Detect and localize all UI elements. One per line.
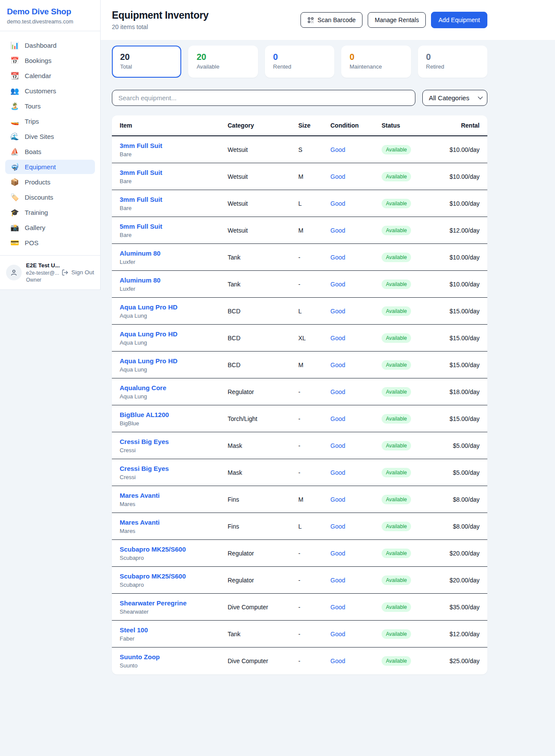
item-name-link[interactable]: Mares Avanti <box>120 492 160 499</box>
item-name-link[interactable]: Aqua Lung Pro HD <box>120 303 177 311</box>
category-cell: Wetsuit <box>228 173 298 180</box>
item-cell: Cressi Big Eyes Cressi <box>120 465 228 480</box>
condition-link[interactable]: Good <box>330 523 345 530</box>
category-cell: Wetsuit <box>228 146 298 153</box>
condition-link[interactable]: Good <box>330 200 345 207</box>
size-cell: - <box>298 388 330 395</box>
condition-link[interactable]: Good <box>330 577 345 584</box>
condition-link[interactable]: Good <box>330 227 345 234</box>
size-cell: M <box>298 227 330 234</box>
rental-cell: $20.00/day <box>442 577 480 584</box>
item-name-link[interactable]: Shearwater Peregrine <box>120 599 186 607</box>
item-name-link[interactable]: Cressi Big Eyes <box>120 438 169 445</box>
item-name-link[interactable]: Aluminum 80 <box>120 250 160 257</box>
stat-card[interactable]: 0 Maintenance <box>341 46 411 78</box>
user-email: e2e-tester@... <box>26 270 57 276</box>
condition-link[interactable]: Good <box>330 469 345 476</box>
sidebar-nav: 📊 Dashboard 📅 Bookings 📆 Calendar 👥 Cust… <box>0 31 100 255</box>
condition-link[interactable]: Good <box>330 442 345 449</box>
item-name-link[interactable]: Cressi Big Eyes <box>120 465 169 472</box>
sidebar-nav-item[interactable]: 👥 Customers <box>5 84 95 98</box>
manage-rentals-button[interactable]: Manage Rentals <box>368 12 426 28</box>
condition-link[interactable]: Good <box>330 281 345 288</box>
table-row: Mares Avanti Mares Fins M Good Available <box>112 486 487 513</box>
sidebar-nav-item[interactable]: 🌊 Dive Sites <box>5 129 95 144</box>
size-cell: L <box>298 523 330 530</box>
rental-cell: $15.00/day <box>442 335 480 342</box>
nav-item-icon: 🚤 <box>10 118 19 125</box>
sidebar-nav-item[interactable]: 🎓 Training <box>5 205 95 220</box>
item-name-link[interactable]: Aqua Lung Pro HD <box>120 357 177 365</box>
status-cell: Available <box>382 226 442 235</box>
stat-label: Total <box>120 63 173 70</box>
item-name-link[interactable]: Suunto Zoop <box>120 653 160 661</box>
stat-card[interactable]: 0 Rented <box>265 46 334 78</box>
rental-cell: $5.00/day <box>442 442 480 449</box>
sidebar-nav-item[interactable]: 📆 Calendar <box>5 69 95 83</box>
item-brand: Aqua Lung <box>120 393 228 400</box>
category-select[interactable]: All Categories <box>422 90 487 106</box>
stat-card[interactable]: 0 Retired <box>418 46 487 78</box>
sidebar-nav-item[interactable]: 🤿 Equipment <box>5 160 95 174</box>
item-name-link[interactable]: Mares Avanti <box>120 519 160 526</box>
item-name-link[interactable]: 3mm Full Suit <box>120 169 162 176</box>
item-cell: 3mm Full Suit Bare <box>120 142 228 158</box>
sidebar-nav-item[interactable]: 📦 Products <box>5 175 95 189</box>
sidebar-nav-item[interactable]: 📸 Gallery <box>5 220 95 235</box>
item-name-link[interactable]: BigBlue AL1200 <box>120 411 169 418</box>
status-cell: Available <box>382 629 442 639</box>
sidebar-nav-item[interactable]: ⛵ Boats <box>5 145 95 159</box>
sidebar-nav-item[interactable]: 🏝️ Tours <box>5 99 95 113</box>
stat-label: Available <box>196 63 249 70</box>
nav-item-label: Trips <box>25 118 39 125</box>
rental-cell: $20.00/day <box>442 550 480 557</box>
sign-out-button[interactable]: Sign Out <box>62 269 94 276</box>
item-cell: Scubapro MK25/S600 Scubapro <box>120 546 228 561</box>
item-name-link[interactable]: 5mm Full Suit <box>120 223 162 230</box>
search-input[interactable] <box>112 90 415 106</box>
category-cell: Regulator <box>228 577 298 584</box>
condition-link[interactable]: Good <box>330 604 345 611</box>
status-cell: Available <box>382 279 442 289</box>
sidebar-nav-item[interactable]: 🏷️ Discounts <box>5 190 95 204</box>
condition-link[interactable]: Good <box>330 496 345 503</box>
stat-value: 0 <box>273 52 326 62</box>
condition-link[interactable]: Good <box>330 388 345 395</box>
condition-link[interactable]: Good <box>330 657 345 664</box>
item-name-link[interactable]: Steel 100 <box>120 626 148 634</box>
sidebar-nav-item[interactable]: 🚤 Trips <box>5 114 95 128</box>
item-name-link[interactable]: 3mm Full Suit <box>120 196 162 203</box>
item-cell: Aqua Lung Pro HD Aqua Lung <box>120 303 228 319</box>
sidebar-nav-item[interactable]: 💳 POS <box>5 236 95 250</box>
item-name-link[interactable]: 3mm Full Suit <box>120 142 162 149</box>
stat-card[interactable]: 20 Available <box>188 46 258 78</box>
item-brand: Luxfer <box>120 259 228 265</box>
stat-card[interactable]: 20 Total <box>112 46 181 78</box>
scan-barcode-button[interactable]: Scan Barcode <box>300 12 362 28</box>
item-cell: BigBlue AL1200 BigBlue <box>120 411 228 427</box>
item-brand: Aqua Lung <box>120 339 228 346</box>
condition-link[interactable]: Good <box>330 415 345 422</box>
item-name-link[interactable]: Aluminum 80 <box>120 276 160 284</box>
condition-link[interactable]: Good <box>330 254 345 261</box>
category-cell: Dive Computer <box>228 604 298 611</box>
item-name-link[interactable]: Aqualung Core <box>120 384 166 391</box>
condition-link[interactable]: Good <box>330 631 345 638</box>
item-name-link[interactable]: Aqua Lung Pro HD <box>120 330 177 338</box>
brand-domain: demo.test.divestreams.com <box>7 19 93 25</box>
condition-link[interactable]: Good <box>330 335 345 342</box>
size-cell: - <box>298 254 330 261</box>
item-name-link[interactable]: Scubapro MK25/S600 <box>120 572 186 580</box>
nav-item-label: POS <box>25 239 39 247</box>
condition-link[interactable]: Good <box>330 362 345 368</box>
status-badge: Available <box>382 199 411 208</box>
condition-link[interactable]: Good <box>330 308 345 315</box>
condition-link[interactable]: Good <box>330 173 345 180</box>
condition-link[interactable]: Good <box>330 550 345 557</box>
item-name-link[interactable]: Scubapro MK25/S600 <box>120 546 186 553</box>
condition-link[interactable]: Good <box>330 146 345 153</box>
column-header-category: Category <box>228 122 298 129</box>
add-equipment-button[interactable]: Add Equipment <box>431 12 487 28</box>
sidebar-nav-item[interactable]: 📊 Dashboard <box>5 38 95 53</box>
sidebar-nav-item[interactable]: 📅 Bookings <box>5 53 95 68</box>
